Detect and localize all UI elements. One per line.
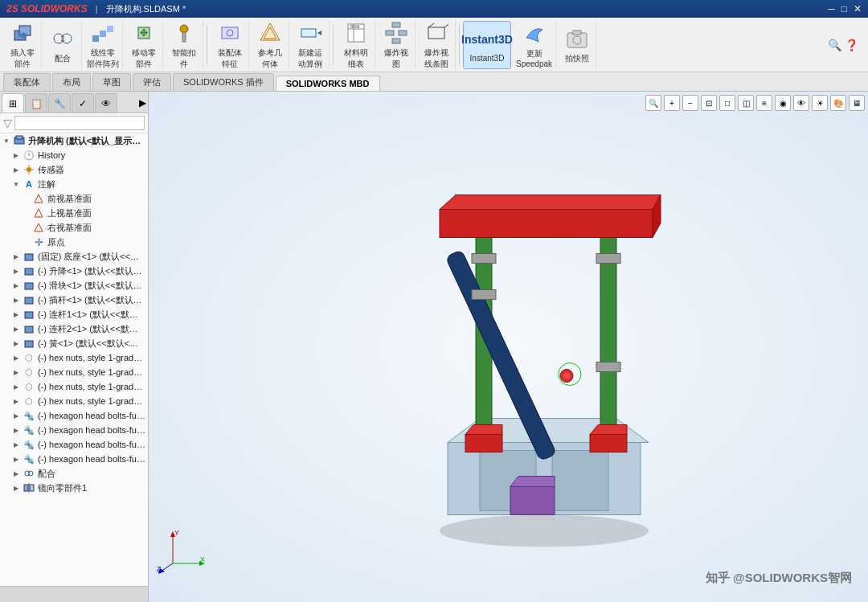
vp-hide-btn[interactable]: 👁 xyxy=(793,95,809,111)
line-view-btn[interactable]: 爆炸视线条图 xyxy=(417,21,456,69)
hexnut3-expand[interactable]: ▶ xyxy=(11,382,21,391)
tree-item-hexbolt2[interactable]: ▶ 🔩 (-) hexagon head bolts-full thread q… xyxy=(0,423,148,437)
rod-expand[interactable]: ▶ xyxy=(11,295,21,305)
hexbolt4-expand[interactable]: ▶ xyxy=(11,454,21,464)
tree-item-mirror[interactable]: ▶ 镜向零部件1 xyxy=(0,481,148,495)
vp-fit-btn[interactable]: ⊡ xyxy=(701,95,717,111)
tree-item-lift[interactable]: ▶ (-) 升降<1> (默认<<默认>_显示状... xyxy=(0,264,148,278)
hexnut4-expand[interactable]: ▶ xyxy=(11,396,21,406)
vp-zoom-in-btn[interactable]: + xyxy=(664,95,680,111)
tab-solidworks-mbd[interactable]: SOLIDWORKS MBD xyxy=(276,76,380,91)
vp-zoom-out-btn[interactable]: − xyxy=(682,95,698,111)
tree-item-annotations[interactable]: ▼ A 注解 xyxy=(0,177,148,191)
annotations-expand[interactable]: ▼ xyxy=(11,179,21,189)
tree-item-mates[interactable]: ▶ 配合 xyxy=(0,466,148,481)
vp-appearance-btn[interactable]: 🎨 xyxy=(830,95,846,111)
svg-rect-44 xyxy=(25,254,33,260)
tab-sketch[interactable]: 草图 xyxy=(92,73,131,91)
minimize-btn[interactable]: ─ xyxy=(828,3,835,14)
root-expand-icon[interactable]: ▼ xyxy=(2,136,11,145)
instant3d-btn[interactable]: Instant3D Instant3D xyxy=(463,21,511,69)
panel-expand-btn[interactable]: ▶ xyxy=(139,93,146,113)
tree-item-right-plane[interactable]: 右视基准面 xyxy=(0,220,148,235)
vp-display-btn[interactable]: ◉ xyxy=(775,95,791,111)
tree-item-spring[interactable]: ▶ (-) 簧<1> (默认<<默认<默认>_显示状态 1... xyxy=(0,336,148,350)
lift-expand[interactable]: ▶ xyxy=(11,266,21,276)
linear-pattern-btn[interactable]: 线性零部件阵列 xyxy=(84,21,123,69)
panel-tab-config-manager[interactable]: 🔧 xyxy=(48,93,71,113)
maximize-btn[interactable]: □ xyxy=(841,3,847,14)
viewport[interactable]: 🔍 + − ⊡ □ ◫ ≡ ◉ 👁 ☀ 🎨 🖥 xyxy=(149,92,868,602)
window-controls[interactable]: ─ □ ✕ xyxy=(828,3,862,14)
tree-item-hexnut3[interactable]: ▶ ⬡ (-) hex nuts, style 1-grades ab gb<.… xyxy=(0,379,148,394)
tab-evaluate[interactable]: 评估 xyxy=(133,73,171,91)
mirror-expand[interactable]: ▶ xyxy=(11,483,21,493)
vp-scene-btn[interactable]: ☀ xyxy=(812,95,828,111)
panel-tab-property-manager[interactable]: 📋 xyxy=(25,93,47,113)
tree-item-hexbolt4[interactable]: ▶ 🔩 (-) hexagon head bolts-full thread q… xyxy=(0,452,148,466)
tree-item-hexbolt1[interactable]: ▶ 🔩 (-) hexagon head bolts-full thread d… xyxy=(0,408,148,423)
tree-item-top-plane[interactable]: 上视基准面 xyxy=(0,206,148,220)
hexnut1-expand[interactable]: ▶ xyxy=(11,353,21,362)
filter-input[interactable] xyxy=(14,116,145,130)
new-motion-btn[interactable]: 新建运动算例 xyxy=(291,21,330,69)
tree-item-link1[interactable]: ▶ (-) 连杆1<1> (默认<<默认>)_显示状... xyxy=(0,307,148,321)
insert-parts-label: 插入零部件 xyxy=(10,47,35,70)
link2-expand[interactable]: ▶ xyxy=(11,324,21,334)
reference-geometry-btn[interactable]: 参考几何体 xyxy=(251,21,289,69)
history-expand[interactable]: ▶ xyxy=(11,150,21,160)
link2-icon xyxy=(23,322,35,335)
exploded-view-btn[interactable]: 爆炸视图 xyxy=(377,21,416,69)
spring-expand[interactable]: ▶ xyxy=(11,338,21,348)
slider-expand[interactable]: ▶ xyxy=(11,281,21,290)
tree-item-hexnut2[interactable]: ▶ ⬡ (-) hex nuts, style 1-grades ab gb<.… xyxy=(0,365,148,379)
sensors-expand[interactable]: ▶ xyxy=(11,165,21,174)
assembly-btn[interactable]: 配合 xyxy=(43,21,82,69)
viewport-toolbar: 🔍 + − ⊡ □ ◫ ≡ ◉ 👁 ☀ 🎨 🖥 xyxy=(645,95,865,111)
seat-expand[interactable]: ▶ xyxy=(11,252,21,261)
vp-section-btn[interactable]: ◫ xyxy=(738,95,754,111)
tab-solidworks-addins[interactable]: SOLIDWORKS 插件 xyxy=(173,73,274,91)
tree-item-slider[interactable]: ▶ (-) 滑块<1> (默认<<默认>)_显示状... xyxy=(0,278,148,293)
speedpak-btn[interactable]: 更新Speedpak xyxy=(513,21,556,69)
smart-fasteners-btn[interactable]: 智能扣件 xyxy=(165,21,203,69)
front-plane-expand xyxy=(21,194,31,203)
vp-view-btn[interactable]: □ xyxy=(719,95,735,111)
link1-icon xyxy=(23,308,35,321)
bom-btn[interactable]: BOM 材料明细表 xyxy=(337,21,375,69)
link1-expand[interactable]: ▶ xyxy=(11,309,21,319)
svg-rect-78 xyxy=(472,253,496,263)
insert-parts-btn[interactable]: 插入零部件 xyxy=(3,21,42,69)
tree-item-rod[interactable]: ▶ (-) 插杆<1> (默认<<默认>_显示状... xyxy=(0,293,148,307)
tree-item-origin[interactable]: ✛ 原点 xyxy=(0,235,148,249)
tree-item-hexbolt3[interactable]: ▶ 🔩 (-) hexagon head bolts-full thread d… xyxy=(0,437,148,452)
svg-line-29 xyxy=(428,23,434,27)
tree-item-seat[interactable]: ▶ (固定) 底座<1> (默认<<默认>_显示状... xyxy=(0,249,148,264)
hexbolt3-expand[interactable]: ▶ xyxy=(11,440,21,449)
search-icon[interactable]: 🔍 xyxy=(828,39,841,51)
panel-tab-dimxpert[interactable]: ✓ xyxy=(72,93,94,113)
hexnut2-expand[interactable]: ▶ xyxy=(11,367,21,377)
tab-assembly[interactable]: 装配体 xyxy=(3,73,51,91)
vp-search-btn[interactable]: 🔍 xyxy=(645,95,661,111)
vp-monitor-btn[interactable]: 🖥 xyxy=(849,95,865,111)
close-btn[interactable]: ✕ xyxy=(854,3,862,14)
tree-item-sensors[interactable]: ▶ 传感器 xyxy=(0,162,148,177)
tree-item-link2[interactable]: ▶ (-) 连杆2<1> (默认<<默认>)_显示状态... xyxy=(0,321,148,336)
move-part-btn[interactable]: ✥ 移动零部件 xyxy=(125,21,163,69)
tree-root[interactable]: ▼ 升降机构 (默认<默认_显示状态-1>) xyxy=(0,133,148,148)
vp-options-btn[interactable]: ≡ xyxy=(756,95,772,111)
mates-expand[interactable]: ▶ xyxy=(11,469,21,478)
tree-item-hexnut1[interactable]: ▶ ⬡ (-) hex nuts, style 1-grades ab gb<.… xyxy=(0,350,148,365)
tree-item-history[interactable]: ▶ 🕐 History xyxy=(0,148,148,162)
tree-item-front-plane[interactable]: 前视基准面 xyxy=(0,191,148,206)
assembly-features-btn[interactable]: 装配体特征 xyxy=(211,21,249,69)
snapshot-btn[interactable]: 拍快照 xyxy=(558,21,596,69)
tree-item-hexnut4[interactable]: ▶ ⬡ (-) hex nuts, style 1-grades ab gb<.… xyxy=(0,394,148,408)
panel-tab-display[interactable]: 👁 xyxy=(95,93,117,113)
hexbolt2-expand[interactable]: ▶ xyxy=(11,425,21,435)
hexbolt1-expand[interactable]: ▶ xyxy=(11,411,21,420)
tab-layout[interactable]: 布局 xyxy=(52,73,91,91)
help-icon[interactable]: ❓ xyxy=(845,39,858,51)
panel-tab-feature-manager[interactable]: ⊞ xyxy=(2,93,24,113)
